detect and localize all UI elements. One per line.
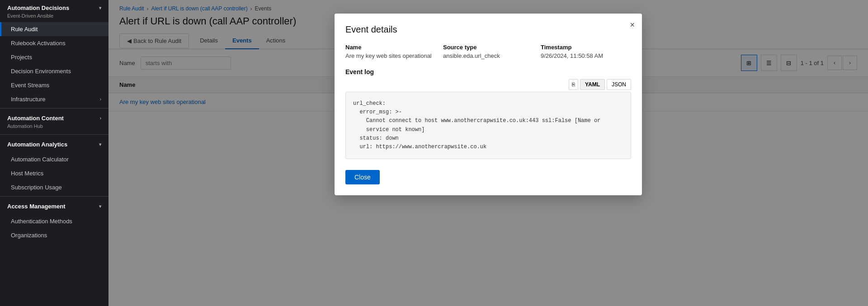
sidebar-item-label: Rulebook Activations [11, 40, 66, 47]
sidebar: Automation Decisions ▾ Event-Driven Ansi… [0, 0, 108, 306]
sidebar-section-access-management[interactable]: Access Management ▾ [0, 198, 108, 214]
chevron-down-icon: ▾ [99, 204, 101, 209]
modal-field-timestamp: Timestamp 9/26/2024, 11:50:58 AM [541, 44, 631, 59]
sidebar-item-label: Projects [11, 54, 32, 61]
sidebar-item-label: Event Streams [11, 82, 49, 89]
chevron-down-icon: ▾ [99, 142, 101, 147]
copy-icon: ⎘ [572, 81, 575, 88]
sidebar-item-organizations[interactable]: Organizations [0, 228, 108, 242]
field-label-name: Name [345, 44, 436, 51]
yaml-format-button[interactable]: YAML [580, 79, 605, 90]
sidebar-divider [0, 196, 108, 197]
modal-field-name: Name Are my key web sites operational [345, 44, 436, 59]
copy-log-button[interactable]: ⎘ [569, 79, 578, 90]
modal-footer: Close [345, 170, 631, 184]
chevron-down-icon: ▾ [99, 5, 101, 10]
sidebar-item-rulebook-activations[interactable]: Rulebook Activations [0, 36, 108, 50]
field-label-source-type: Source type [443, 44, 533, 51]
chevron-right-icon: › [100, 97, 101, 102]
sidebar-section-subtitle: Event-Driven Ansible [0, 12, 108, 22]
field-value-timestamp: 9/26/2024, 11:50:58 AM [541, 52, 631, 59]
sidebar-section-automation-content[interactable]: Automation Content › [0, 110, 108, 122]
sidebar-section-label: Access Management [7, 203, 66, 210]
json-format-button[interactable]: JSON [607, 79, 631, 90]
yaml-button-label: YAML [585, 81, 600, 88]
sidebar-item-label: Automation Calculator [11, 156, 69, 163]
sidebar-item-decision-environments[interactable]: Decision Environments [0, 64, 108, 78]
modal-field-source-type: Source type ansible.eda.url_check [443, 44, 533, 59]
modal-title: Event details [345, 24, 631, 35]
sidebar-item-rule-audit[interactable]: Rule Audit [0, 22, 108, 36]
modal-close-button[interactable]: × [630, 21, 635, 29]
sidebar-section-label: Automation Decisions [7, 5, 69, 11]
sidebar-divider [0, 134, 108, 135]
modal-fields: Name Are my key web sites operational So… [345, 44, 631, 59]
sidebar-item-label: Rule Audit [11, 26, 38, 33]
sidebar-item-host-metrics[interactable]: Host Metrics [0, 166, 108, 180]
sidebar-section-label: Automation Analytics [7, 141, 67, 148]
event-details-modal: Event details × Name Are my key web site… [335, 14, 642, 195]
main-content: Rule Audit › Alert if URL is down (call … [108, 0, 868, 306]
sidebar-item-projects[interactable]: Projects [0, 50, 108, 64]
event-log-content: url_check: error_msg: >- Cannot connect … [345, 92, 631, 159]
chevron-right-icon: › [100, 116, 101, 121]
sidebar-item-label: Decision Environments [11, 68, 71, 75]
sidebar-section-subtitle: Automation Hub [0, 122, 108, 132]
sidebar-item-automation-calculator[interactable]: Automation Calculator [0, 152, 108, 166]
event-log-toolbar: ⎘ YAML JSON [345, 79, 631, 90]
sidebar-divider [0, 108, 108, 108]
sidebar-item-label: Subscription Usage [11, 184, 62, 191]
field-label-timestamp: Timestamp [541, 44, 631, 51]
event-log-section-label: Event log [345, 68, 631, 75]
json-button-label: JSON [612, 81, 626, 88]
sidebar-item-label: Infrastructure [11, 96, 46, 103]
sidebar-item-authentication-methods[interactable]: Authentication Methods [0, 214, 108, 228]
field-value-name: Are my key web sites operational [345, 52, 436, 59]
sidebar-item-label: Host Metrics [11, 170, 43, 177]
modal-overlay: Event details × Name Are my key web site… [108, 0, 868, 306]
sidebar-item-label: Organizations [11, 232, 47, 239]
sidebar-item-infrastructure[interactable]: Infrastructure › [0, 92, 108, 106]
field-value-source-type: ansible.eda.url_check [443, 52, 533, 59]
sidebar-item-subscription-usage[interactable]: Subscription Usage [0, 180, 108, 194]
sidebar-item-label: Authentication Methods [11, 218, 72, 225]
modal-close-footer-button[interactable]: Close [345, 170, 380, 184]
sidebar-section-automation-decisions[interactable]: Automation Decisions ▾ [0, 0, 108, 12]
sidebar-section-automation-analytics[interactable]: Automation Analytics ▾ [0, 137, 108, 152]
sidebar-section-label: Automation Content [7, 115, 64, 122]
sidebar-item-event-streams[interactable]: Event Streams [0, 78, 108, 92]
